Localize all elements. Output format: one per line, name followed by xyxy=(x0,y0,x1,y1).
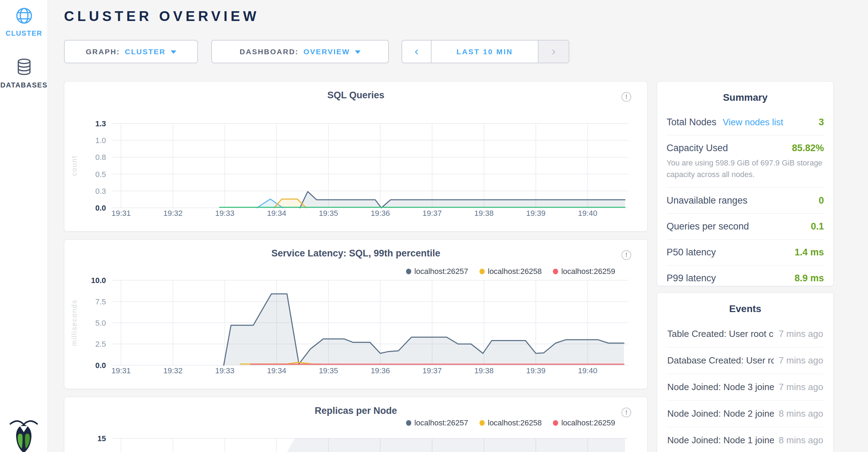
summary-row-value: 3 xyxy=(819,117,824,128)
svg-text:19:40: 19:40 xyxy=(578,366,597,375)
svg-text:1.0: 1.0 xyxy=(95,136,106,145)
event-list-item[interactable]: Table Created: User root cre... 7 mins a… xyxy=(667,321,824,347)
svg-text:19:31: 19:31 xyxy=(112,209,131,218)
event-list-item[interactable]: Database Created: User roo... 7 mins ago xyxy=(667,347,824,374)
event-list-item[interactable]: Node Joined: Node 2 joined... 8 mins ago xyxy=(667,401,824,427)
graph-dropdown-value: CLUSTER xyxy=(125,48,166,56)
event-list-item[interactable]: Node Joined: Node 3 joined... 7 mins ago xyxy=(667,374,824,401)
event-text: Table Created: User root cre... xyxy=(667,329,774,339)
svg-text:5.0: 5.0 xyxy=(95,319,106,327)
summary-row: P99 latency 8.9 ms xyxy=(667,266,824,291)
summary-row-value: 0.1 xyxy=(811,221,824,232)
svg-text:19:34: 19:34 xyxy=(267,366,286,375)
summary-row: P50 latency 1.4 ms xyxy=(667,240,824,266)
sidebar-item-cluster[interactable]: CLUSTER xyxy=(0,7,48,37)
event-text: Node Joined: Node 1 joined... xyxy=(667,435,774,446)
svg-text:19:40: 19:40 xyxy=(578,209,597,218)
chevron-down-icon xyxy=(171,50,176,54)
replicas-per-node-chart-card: Replicas per Node ! localhost:26257local… xyxy=(64,397,648,452)
summary-row-value: 1.4 ms xyxy=(795,247,824,258)
svg-text:2.5: 2.5 xyxy=(95,340,106,348)
svg-text:19:31: 19:31 xyxy=(112,366,131,375)
summary-row-label: P50 latency xyxy=(667,247,716,258)
summary-row-label: Capacity Used xyxy=(667,143,728,154)
svg-text:milliseconds: milliseconds xyxy=(70,299,78,346)
time-range-selector: ‹ LAST 10 MIN › xyxy=(401,40,569,63)
svg-text:19:35: 19:35 xyxy=(319,366,338,375)
summary-panel: Summary Total Nodes View nodes list 3 Ca… xyxy=(657,81,834,286)
sql-queries-plot[interactable]: 19:3119:3219:3319:3419:3519:3619:3719:38… xyxy=(64,82,647,231)
summary-row-label: Total Nodes xyxy=(667,117,717,128)
svg-text:10.0: 10.0 xyxy=(91,276,106,285)
summary-row-value: 85.82% xyxy=(792,143,824,154)
summary-row: Capacity Used 85.82% You are using 598.9… xyxy=(667,135,824,188)
event-text: Database Created: User roo... xyxy=(667,355,774,366)
event-text: Node Joined: Node 2 joined... xyxy=(667,408,774,419)
globe-icon xyxy=(15,7,33,24)
event-text: Node Joined: Node 3 joined... xyxy=(667,382,774,393)
service-latency-chart-card: Service Latency: SQL, 99th percentile ! … xyxy=(64,239,648,389)
svg-text:1.3: 1.3 xyxy=(95,119,106,128)
svg-text:19:39: 19:39 xyxy=(526,366,546,375)
svg-text:19:39: 19:39 xyxy=(526,209,546,218)
events-title: Events xyxy=(657,293,833,321)
sql-queries-chart-card: SQL Queries ! 19:3119:3219:3319:3419:351… xyxy=(64,81,648,232)
sidebar-item-databases[interactable]: DATABASES xyxy=(0,58,48,89)
svg-text:0.5: 0.5 xyxy=(95,170,106,179)
time-range-next-button[interactable]: › xyxy=(538,41,569,63)
summary-title: Summary xyxy=(657,82,833,110)
svg-text:19:37: 19:37 xyxy=(422,366,442,375)
summary-row-value: 8.9 ms xyxy=(795,273,824,284)
page-title: CLUSTER OVERVIEW xyxy=(64,8,259,24)
cockroach-logo-icon[interactable] xyxy=(8,418,39,452)
svg-text:0.3: 0.3 xyxy=(95,187,106,196)
summary-row-label: Unavailable ranges xyxy=(667,195,747,206)
svg-text:19:32: 19:32 xyxy=(163,366,183,375)
event-list-item[interactable]: Node Joined: Node 1 joined... 8 mins ago xyxy=(667,427,824,452)
summary-row-label: Queries per second xyxy=(667,221,749,232)
event-time: 7 mins ago xyxy=(779,355,823,366)
view-nodes-list-link[interactable]: View nodes list xyxy=(723,117,783,128)
chevron-down-icon xyxy=(355,50,361,54)
svg-text:7.5: 7.5 xyxy=(95,297,106,306)
summary-row: Unavailable ranges 0 xyxy=(667,188,824,214)
time-range-button[interactable]: LAST 10 MIN xyxy=(432,41,538,63)
sidebar-item-label: DATABASES xyxy=(0,81,48,89)
svg-text:19:37: 19:37 xyxy=(422,209,442,218)
service-latency-plot[interactable]: 19:3119:3219:3319:3419:3519:3619:3719:38… xyxy=(64,240,647,389)
svg-text:0.8: 0.8 xyxy=(95,153,106,162)
event-time: 8 mins ago xyxy=(779,408,823,419)
replicas-per-node-plot[interactable]: 1015 xyxy=(64,397,647,452)
svg-text:19:38: 19:38 xyxy=(474,209,493,218)
event-time: 8 mins ago xyxy=(779,435,823,446)
svg-text:0.0: 0.0 xyxy=(95,204,106,212)
summary-row: Queries per second 0.1 xyxy=(667,214,824,240)
svg-text:19:33: 19:33 xyxy=(215,209,234,218)
events-panel: Events Table Created: User root cre... 7… xyxy=(657,292,834,452)
chevron-left-icon: ‹ xyxy=(414,44,418,58)
svg-text:count: count xyxy=(70,155,78,176)
capacity-used-description: You are using 598.9 GiB of 697.9 GiB sto… xyxy=(667,157,824,180)
svg-text:19:35: 19:35 xyxy=(319,209,338,218)
time-range-prev-button[interactable]: ‹ xyxy=(402,41,432,63)
svg-text:19:32: 19:32 xyxy=(163,209,183,218)
summary-row-label: P99 latency xyxy=(667,273,716,284)
svg-text:19:36: 19:36 xyxy=(371,209,390,218)
graph-dropdown-label: GRAPH: xyxy=(86,48,120,56)
svg-text:19:34: 19:34 xyxy=(267,209,286,218)
summary-row-value: 0 xyxy=(819,195,824,206)
event-time: 7 mins ago xyxy=(779,382,823,393)
svg-text:19:38: 19:38 xyxy=(474,366,493,375)
dashboard-dropdown[interactable]: DASHBOARD: OVERVIEW xyxy=(211,40,389,63)
databases-icon xyxy=(15,58,33,76)
dashboard-dropdown-label: DASHBOARD: xyxy=(240,48,299,56)
chevron-right-icon: › xyxy=(552,44,555,58)
svg-text:19:33: 19:33 xyxy=(215,366,234,375)
sidebar: CLUSTER DATABASES xyxy=(0,0,48,452)
time-range-label: LAST 10 MIN xyxy=(456,48,513,56)
dashboard-dropdown-value: OVERVIEW xyxy=(304,48,350,56)
event-time: 7 mins ago xyxy=(779,329,823,339)
graph-dropdown[interactable]: GRAPH: CLUSTER xyxy=(64,40,198,63)
summary-row: Total Nodes View nodes list 3 xyxy=(667,110,824,135)
svg-text:15: 15 xyxy=(98,434,106,443)
